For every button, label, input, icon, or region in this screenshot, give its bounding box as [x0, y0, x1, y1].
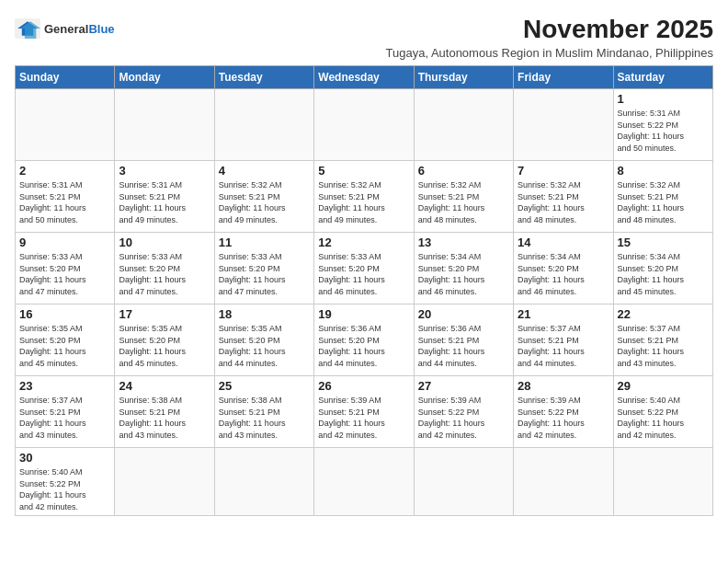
day-number: 17: [119, 307, 210, 321]
calendar-week-row: 30Sunrise: 5:40 AM Sunset: 5:22 PM Dayli…: [16, 448, 713, 516]
day-info: Sunrise: 5:31 AM Sunset: 5:21 PM Dayligh…: [119, 179, 210, 225]
weekday-header-monday: Monday: [115, 66, 214, 89]
calendar-day-cell: 9Sunrise: 5:33 AM Sunset: 5:20 PM Daylig…: [16, 233, 115, 304]
calendar-day-cell: 4Sunrise: 5:32 AM Sunset: 5:21 PM Daylig…: [214, 161, 313, 233]
day-number: 7: [518, 164, 609, 178]
day-info: Sunrise: 5:35 AM Sunset: 5:20 PM Dayligh…: [19, 323, 110, 369]
day-info: Sunrise: 5:37 AM Sunset: 5:21 PM Dayligh…: [518, 323, 609, 369]
day-info: Sunrise: 5:36 AM Sunset: 5:20 PM Dayligh…: [318, 323, 409, 369]
day-number: 12: [318, 236, 409, 249]
calendar-week-row: 2Sunrise: 5:31 AM Sunset: 5:21 PM Daylig…: [16, 161, 713, 233]
day-info: Sunrise: 5:39 AM Sunset: 5:22 PM Dayligh…: [518, 395, 609, 441]
weekday-header-sunday: Sunday: [16, 66, 115, 89]
day-number: 30: [19, 451, 110, 465]
day-number: 26: [318, 379, 409, 393]
calendar-day-cell: 5Sunrise: 5:32 AM Sunset: 5:21 PM Daylig…: [314, 161, 414, 233]
calendar-day-cell: 2Sunrise: 5:31 AM Sunset: 5:21 PM Daylig…: [16, 161, 115, 233]
weekday-header-friday: Friday: [514, 66, 613, 89]
day-number: 1: [618, 92, 709, 106]
calendar-week-row: 1Sunrise: 5:31 AM Sunset: 5:22 PM Daylig…: [16, 89, 713, 161]
generalblue-logo-icon: [15, 18, 40, 39]
day-number: 15: [618, 236, 709, 249]
calendar-day-cell: 19Sunrise: 5:36 AM Sunset: 5:20 PM Dayli…: [314, 304, 414, 376]
month-year-title: November 2025: [115, 15, 713, 44]
day-info: Sunrise: 5:40 AM Sunset: 5:22 PM Dayligh…: [19, 466, 110, 512]
weekday-header-thursday: Thursday: [414, 66, 513, 89]
weekday-header-wednesday: Wednesday: [314, 66, 414, 89]
calendar-day-cell: 15Sunrise: 5:34 AM Sunset: 5:20 PM Dayli…: [613, 233, 712, 304]
day-info: Sunrise: 5:34 AM Sunset: 5:20 PM Dayligh…: [418, 251, 509, 297]
logo: GeneralBlue: [15, 18, 115, 39]
calendar-day-cell: 8Sunrise: 5:32 AM Sunset: 5:21 PM Daylig…: [613, 161, 712, 233]
calendar-day-cell: 11Sunrise: 5:33 AM Sunset: 5:20 PM Dayli…: [214, 233, 313, 304]
day-info: Sunrise: 5:34 AM Sunset: 5:20 PM Dayligh…: [618, 251, 709, 297]
calendar-table: SundayMondayTuesdayWednesdayThursdayFrid…: [15, 65, 713, 516]
calendar-day-cell: 12Sunrise: 5:33 AM Sunset: 5:20 PM Dayli…: [314, 233, 414, 304]
day-number: 19: [318, 307, 409, 321]
calendar-day-cell: 25Sunrise: 5:38 AM Sunset: 5:21 PM Dayli…: [214, 376, 313, 448]
day-info: Sunrise: 5:35 AM Sunset: 5:20 PM Dayligh…: [119, 323, 210, 369]
calendar-day-cell: 24Sunrise: 5:38 AM Sunset: 5:21 PM Dayli…: [115, 376, 214, 448]
day-info: Sunrise: 5:31 AM Sunset: 5:21 PM Dayligh…: [19, 179, 110, 225]
day-number: 24: [119, 379, 210, 393]
day-info: Sunrise: 5:32 AM Sunset: 5:21 PM Dayligh…: [418, 179, 509, 225]
day-number: 13: [418, 236, 509, 249]
day-number: 20: [418, 307, 509, 321]
day-info: Sunrise: 5:33 AM Sunset: 5:20 PM Dayligh…: [119, 251, 210, 297]
calendar-week-row: 16Sunrise: 5:35 AM Sunset: 5:20 PM Dayli…: [16, 304, 713, 376]
calendar-day-cell: 21Sunrise: 5:37 AM Sunset: 5:21 PM Dayli…: [514, 304, 613, 376]
day-number: 22: [618, 307, 709, 321]
calendar-day-cell: [514, 448, 613, 516]
calendar-day-cell: [214, 89, 313, 161]
day-number: 16: [19, 307, 110, 321]
calendar-day-cell: 16Sunrise: 5:35 AM Sunset: 5:20 PM Dayli…: [16, 304, 115, 376]
calendar-day-cell: 30Sunrise: 5:40 AM Sunset: 5:22 PM Dayli…: [16, 448, 115, 516]
logo-text: GeneralBlue: [44, 22, 115, 36]
day-info: Sunrise: 5:37 AM Sunset: 5:21 PM Dayligh…: [618, 323, 709, 369]
day-info: Sunrise: 5:38 AM Sunset: 5:21 PM Dayligh…: [219, 395, 310, 441]
day-number: 27: [418, 379, 509, 393]
calendar-day-cell: 23Sunrise: 5:37 AM Sunset: 5:21 PM Dayli…: [16, 376, 115, 448]
calendar-day-cell: [414, 89, 513, 161]
calendar-day-cell: 22Sunrise: 5:37 AM Sunset: 5:21 PM Dayli…: [613, 304, 712, 376]
calendar-day-cell: [414, 448, 513, 516]
day-number: 21: [518, 307, 609, 321]
day-info: Sunrise: 5:38 AM Sunset: 5:21 PM Dayligh…: [119, 395, 210, 441]
location-subtitle: Tugaya, Autonomous Region in Muslim Mind…: [115, 46, 713, 60]
calendar-week-row: 9Sunrise: 5:33 AM Sunset: 5:20 PM Daylig…: [16, 233, 713, 304]
weekday-header-tuesday: Tuesday: [214, 66, 313, 89]
day-info: Sunrise: 5:37 AM Sunset: 5:21 PM Dayligh…: [19, 395, 110, 441]
day-info: Sunrise: 5:36 AM Sunset: 5:21 PM Dayligh…: [418, 323, 509, 369]
day-number: 5: [318, 164, 409, 178]
calendar-day-cell: [214, 448, 313, 516]
calendar-day-cell: 14Sunrise: 5:34 AM Sunset: 5:20 PM Dayli…: [514, 233, 613, 304]
calendar-day-cell: 20Sunrise: 5:36 AM Sunset: 5:21 PM Dayli…: [414, 304, 513, 376]
calendar-day-cell: [314, 448, 414, 516]
day-info: Sunrise: 5:32 AM Sunset: 5:21 PM Dayligh…: [318, 179, 409, 225]
day-number: 23: [19, 379, 110, 393]
calendar-day-cell: 26Sunrise: 5:39 AM Sunset: 5:21 PM Dayli…: [314, 376, 414, 448]
day-number: 29: [618, 379, 709, 393]
day-number: 3: [119, 164, 210, 178]
calendar-day-cell: [16, 89, 115, 161]
calendar-day-cell: 1Sunrise: 5:31 AM Sunset: 5:22 PM Daylig…: [613, 89, 712, 161]
day-info: Sunrise: 5:39 AM Sunset: 5:21 PM Dayligh…: [318, 395, 409, 441]
day-info: Sunrise: 5:32 AM Sunset: 5:21 PM Dayligh…: [219, 179, 310, 225]
calendar-day-cell: 13Sunrise: 5:34 AM Sunset: 5:20 PM Dayli…: [414, 233, 513, 304]
calendar-day-cell: [514, 89, 613, 161]
weekday-header-row: SundayMondayTuesdayWednesdayThursdayFrid…: [16, 66, 713, 89]
header: GeneralBlue November 2025 Tugaya, Autono…: [15, 15, 713, 60]
calendar-day-cell: 18Sunrise: 5:35 AM Sunset: 5:20 PM Dayli…: [214, 304, 313, 376]
day-info: Sunrise: 5:34 AM Sunset: 5:20 PM Dayligh…: [518, 251, 609, 297]
day-info: Sunrise: 5:33 AM Sunset: 5:20 PM Dayligh…: [318, 251, 409, 297]
day-number: 18: [219, 307, 310, 321]
calendar-day-cell: 10Sunrise: 5:33 AM Sunset: 5:20 PM Dayli…: [115, 233, 214, 304]
day-number: 25: [219, 379, 310, 393]
calendar-week-row: 23Sunrise: 5:37 AM Sunset: 5:21 PM Dayli…: [16, 376, 713, 448]
day-number: 11: [219, 236, 310, 249]
day-info: Sunrise: 5:32 AM Sunset: 5:21 PM Dayligh…: [518, 179, 609, 225]
day-number: 14: [518, 236, 609, 249]
calendar-day-cell: [613, 448, 712, 516]
calendar-day-cell: 17Sunrise: 5:35 AM Sunset: 5:20 PM Dayli…: [115, 304, 214, 376]
title-area: November 2025 Tugaya, Autonomous Region …: [115, 15, 713, 60]
